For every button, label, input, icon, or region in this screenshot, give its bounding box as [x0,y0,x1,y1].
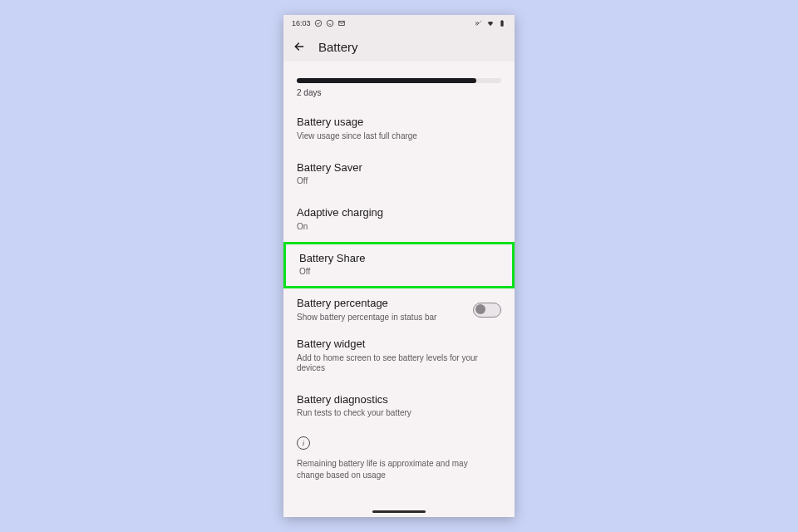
item-adaptive-charging[interactable]: Adaptive charging On [297,196,501,242]
item-subtitle: Show battery percentage in status bar [297,313,436,323]
svg-point-1 [327,20,333,27]
item-subtitle: View usage since last full charge [297,131,501,141]
back-button[interactable] [292,39,307,54]
footer-note: i Remaining battery life is approximate … [283,428,515,480]
battery-estimate-fill [297,78,476,83]
check-circle-icon [314,19,323,27]
status-clock: 16:03 [292,19,311,27]
info-icon: i [297,436,310,450]
item-battery-saver[interactable]: Battery Saver Off [297,151,501,197]
battery-estimate-label: 2 days [297,88,501,97]
page-title: Battery [318,40,358,54]
status-bar: 16:03 [283,15,515,32]
item-battery-widget[interactable]: Battery widget Add to home screen to see… [297,332,501,383]
item-subtitle: Add to home screen to see battery levels… [297,353,501,373]
status-left: 16:03 [292,19,346,27]
item-subtitle: Off [299,267,499,277]
svg-rect-3 [501,20,503,21]
phone-frame: 16:03 Battery [283,15,515,517]
content-scroll[interactable]: 2 days Battery usage View usage since la… [283,62,515,517]
wifi-icon [486,19,495,27]
item-subtitle: Run tests to check your battery [297,408,501,418]
item-title: Battery Share [299,252,499,265]
status-right [475,19,506,27]
item-subtitle: On [297,222,501,232]
clipped-header-fragment [297,62,501,66]
whatsapp-icon [326,19,334,27]
battery-estimate-bar [297,78,501,83]
item-title: Battery Saver [297,161,501,175]
toggle-knob [475,304,485,314]
item-title: Battery percentage [297,297,436,310]
gmail-icon [337,19,346,27]
item-title: Battery usage [297,116,501,129]
vibrate-icon [475,19,483,27]
item-battery-usage[interactable]: Battery usage View usage since last full… [297,106,501,151]
app-bar: Battery [283,32,515,62]
item-title: Battery widget [297,337,501,351]
footer-text: Remaining battery life is approximate an… [297,458,480,480]
item-battery-percentage[interactable]: Battery percentage Show battery percenta… [297,288,501,332]
svg-rect-2 [500,21,503,27]
gesture-nav-bar[interactable] [372,510,426,513]
highlight-box: Battery Share Off [283,242,515,289]
svg-point-0 [315,20,322,27]
battery-full-icon [498,19,506,27]
item-battery-diagnostics[interactable]: Battery diagnostics Run tests to check y… [297,383,501,429]
battery-percentage-toggle[interactable] [473,303,501,318]
item-subtitle: Off [297,176,501,186]
item-battery-share[interactable]: Battery Share Off [299,252,499,278]
item-title: Adaptive charging [297,206,501,219]
item-title: Battery diagnostics [297,393,501,406]
arrow-left-icon [293,40,306,53]
